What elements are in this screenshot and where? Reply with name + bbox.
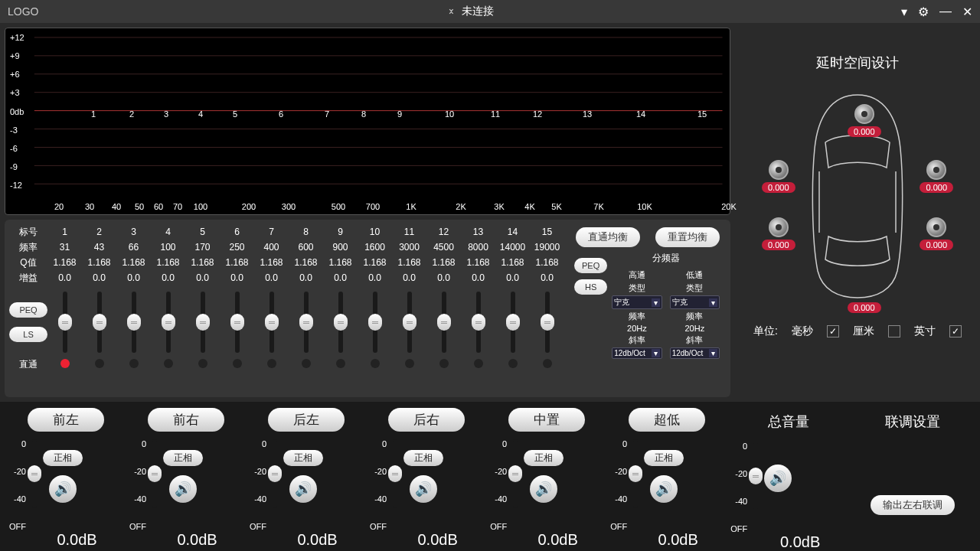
channel-button[interactable]: 前右 [148, 408, 224, 432]
speaker-icon[interactable] [926, 160, 946, 180]
mute-button[interactable]: 🔊 [410, 475, 437, 503]
unit-label: 单位: [753, 324, 778, 338]
logo: LOGO [8, 5, 38, 18]
master-mute-button[interactable]: 🔊 [764, 465, 792, 492]
mute-button[interactable]: 🔊 [289, 475, 317, 503]
bypass-dot[interactable] [198, 359, 207, 368]
hs-button[interactable]: HS [574, 279, 607, 295]
bypass-dot[interactable] [474, 359, 483, 368]
eq-slider[interactable] [373, 292, 377, 353]
channel-button[interactable]: 后右 [388, 408, 465, 432]
eq-slider[interactable] [270, 292, 274, 353]
eq-slider[interactable] [63, 292, 67, 353]
reset-eq-button[interactable]: 重置均衡 [655, 227, 720, 247]
channel-slider[interactable] [273, 439, 277, 508]
phase-button[interactable]: 正相 [283, 450, 323, 466]
minimize-icon[interactable]: — [939, 5, 952, 19]
hp-slope-select[interactable]: 12db/Oct▾ [612, 347, 662, 359]
bypass-dot[interactable] [543, 359, 552, 368]
phase-button[interactable]: 正相 [403, 450, 443, 466]
channel-button[interactable]: 后左 [268, 408, 345, 432]
ls-button[interactable]: LS [9, 327, 47, 342]
eq-slider[interactable] [166, 292, 171, 353]
eq-slider[interactable] [338, 292, 343, 353]
menu-icon[interactable]: ▾ [901, 5, 907, 19]
output-link-button[interactable]: 输出左右联调 [871, 495, 955, 515]
bypass-dot[interactable] [336, 359, 345, 368]
master-slider[interactable] [753, 442, 758, 510]
channel-slider[interactable] [513, 439, 518, 508]
eq-slider[interactable] [201, 292, 205, 353]
lp-slope-select[interactable]: 12db/Oct▾ [670, 347, 720, 359]
car-diagram: 0.000 0.000 0.000 0.000 0.000 0.000 [758, 87, 957, 302]
bypass-dot[interactable] [302, 359, 311, 368]
channel-slider[interactable] [32, 439, 37, 508]
eq-slider[interactable] [407, 292, 412, 353]
eq-panel: 标号 频率 Q值 增益 1311.1680.02431.1680.03661.1… [5, 220, 730, 397]
phase-button[interactable]: 正相 [163, 450, 203, 466]
unit-cm-checkbox[interactable] [888, 325, 900, 337]
gear-icon[interactable]: ⚙ [918, 5, 929, 19]
hdr-q: Q值 [9, 255, 47, 270]
phase-button[interactable]: 正相 [43, 450, 83, 466]
mute-button[interactable]: 🔊 [49, 475, 77, 503]
speaker-icon[interactable] [769, 160, 789, 180]
bypass-eq-button[interactable]: 直通均衡 [576, 227, 640, 247]
bypass-dot[interactable] [129, 359, 139, 368]
eq-slider[interactable] [97, 292, 102, 353]
bypass-dot[interactable] [439, 359, 449, 368]
speaker-icon[interactable] [926, 217, 946, 237]
phase-button[interactable]: 正相 [644, 450, 684, 466]
hdr-freq: 频率 [9, 240, 47, 255]
peq-button-2[interactable]: PEQ [574, 258, 607, 273]
channel-slider[interactable] [393, 439, 397, 508]
bypass-dot[interactable] [508, 359, 518, 368]
eq-slider[interactable] [132, 292, 136, 353]
hp-type-select[interactable]: 宁克▾ [612, 295, 662, 309]
eq-slider[interactable] [511, 292, 515, 353]
bypass-label: 直通 [9, 358, 47, 371]
disconnected-icon [446, 6, 457, 17]
hdr-id: 标号 [9, 224, 47, 240]
close-icon[interactable]: ✕ [962, 5, 972, 19]
status-text: 未连接 [462, 5, 494, 18]
bypass-dot[interactable] [95, 359, 104, 368]
peq-button[interactable]: PEQ [9, 302, 47, 318]
channel-button[interactable]: 前左 [28, 408, 104, 432]
mute-button[interactable]: 🔊 [530, 475, 557, 503]
crossover-title: 分频器 [612, 252, 720, 265]
bypass-dot[interactable] [233, 359, 242, 368]
unit-ms-checkbox[interactable] [827, 325, 839, 337]
eq-slider[interactable] [545, 292, 550, 353]
channel-button[interactable]: 超低 [629, 408, 705, 432]
bypass-dot[interactable] [371, 359, 380, 368]
speaker-icon[interactable] [854, 104, 874, 124]
eq-slider[interactable] [235, 292, 240, 353]
eq-graph[interactable]: +12+9+6+30db-3-6-9-122030405060701002003… [5, 28, 730, 215]
connection-status: 未连接 [446, 5, 494, 18]
bypass-dot[interactable] [405, 359, 414, 368]
hdr-gain: 增益 [9, 270, 47, 285]
bypass-dot[interactable] [267, 359, 276, 368]
bypass-dot[interactable] [60, 359, 70, 368]
channel-slider[interactable] [633, 439, 638, 508]
phase-button[interactable]: 正相 [524, 450, 564, 466]
mute-button[interactable]: 🔊 [650, 475, 678, 503]
speaker-icon[interactable] [769, 217, 789, 237]
lp-type-select[interactable]: 宁克▾ [670, 295, 720, 309]
unit-in-checkbox[interactable] [949, 325, 962, 337]
eq-slider[interactable] [442, 292, 446, 353]
eq-slider[interactable] [304, 292, 309, 353]
mute-button[interactable]: 🔊 [169, 475, 197, 503]
title-bar: LOGO 未连接 ▾ ⚙ — ✕ [0, 0, 980, 23]
channel-slider[interactable] [152, 439, 157, 508]
bypass-dot[interactable] [164, 359, 173, 368]
channel-button[interactable]: 中置 [508, 408, 585, 432]
delay-title: 延时空间设计 [816, 54, 899, 72]
eq-slider[interactable] [476, 292, 481, 353]
